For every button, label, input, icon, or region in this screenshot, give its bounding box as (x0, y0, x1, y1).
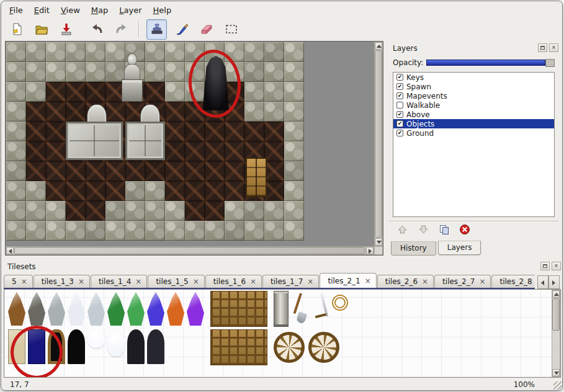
brush-button[interactable] (171, 19, 192, 40)
tileset-tile-crystal[interactable] (87, 292, 105, 326)
delete-layer-button[interactable] (459, 224, 470, 237)
tileset-vertical-scrollbar[interactable] (552, 290, 560, 377)
tab-close-icon[interactable]: × (21, 278, 27, 285)
close-panel-button[interactable]: × (549, 43, 558, 52)
tileset-tab-tiles_1_3[interactable]: tiles_1_3× (34, 275, 90, 288)
layer-visibility-checkbox[interactable]: ✔ (396, 74, 403, 81)
layer-visibility-checkbox[interactable]: ✔ (396, 111, 403, 118)
tileset-tab-tiles_2_6[interactable]: tiles_2_6× (377, 275, 434, 288)
tileset-tile-crystal[interactable] (68, 292, 85, 326)
scrollbar-thumb[interactable] (375, 50, 382, 238)
menu-help[interactable]: Help (148, 4, 177, 17)
tab-scroll-right-button[interactable] (548, 275, 560, 289)
opacity-slider-handle[interactable] (545, 59, 555, 67)
tab-close-icon[interactable]: × (365, 277, 371, 285)
layer-visibility-checkbox[interactable]: ✔ (396, 130, 403, 136)
select-button[interactable] (221, 19, 241, 40)
tileset-tile-sword[interactable] (312, 292, 329, 326)
tileset-tile-arch[interactable] (147, 329, 164, 364)
tileset-tile-column[interactable] (274, 291, 289, 327)
layer-visibility-checkbox[interactable]: ✔ (396, 92, 403, 99)
float-panel-button[interactable] (540, 262, 550, 270)
dock-tab-layers[interactable]: Layers (438, 241, 481, 255)
tileset-tab-tiles_2_1[interactable]: tiles_2_1× (320, 273, 376, 288)
stamp-button[interactable] (146, 19, 167, 40)
tileset-tab-tiles_1_4[interactable]: tiles_1_4× (91, 275, 147, 288)
open-button[interactable] (31, 19, 51, 40)
redo-button[interactable] (111, 19, 132, 40)
tileset-tile-crystal[interactable] (28, 292, 45, 326)
tileset-tile-crystal[interactable] (147, 292, 164, 326)
tileset-tile-coil[interactable] (332, 295, 348, 311)
opacity-slider[interactable] (426, 59, 555, 67)
tileset-tile-blob[interactable] (87, 329, 105, 348)
map-canvas[interactable] (6, 42, 373, 245)
layer-visibility-checkbox[interactable]: ✔ (396, 120, 403, 127)
tileset-tile-wheel[interactable] (274, 332, 305, 363)
new-button[interactable] (6, 19, 27, 40)
move-layer-down-button[interactable] (418, 225, 429, 236)
tab-close-icon[interactable]: × (193, 278, 199, 285)
tileset-tile-crystal[interactable] (127, 292, 145, 326)
tab-close-icon[interactable]: × (135, 278, 141, 285)
tileset-tile-wheel[interactable] (308, 332, 339, 363)
tileset-tab-tiles_2_8[interactable]: tiles_2_8× (491, 275, 535, 288)
menu-file[interactable]: File (4, 4, 29, 17)
eraser-button[interactable] (196, 19, 217, 40)
duplicate-layer-button[interactable] (439, 225, 450, 237)
layer-row-keys[interactable]: ✔Keys (393, 73, 554, 82)
tab-close-icon[interactable]: × (479, 278, 485, 285)
tileset-tile-crystal[interactable] (187, 292, 204, 326)
scroll-down-button[interactable] (552, 369, 560, 376)
tileset-tile-shovel[interactable] (292, 292, 310, 326)
menu-layer[interactable]: Layer (114, 4, 147, 17)
tileset-tile-track[interactable] (210, 329, 267, 365)
menu-map[interactable]: Map (86, 4, 114, 17)
tileset-tile-crystal[interactable] (167, 292, 184, 326)
layer-visibility-checkbox[interactable] (396, 102, 403, 109)
layer-row-walkable[interactable]: Walkable (393, 100, 554, 110)
layer-row-above[interactable]: ✔Above (393, 110, 554, 119)
tileset-tab-5[interactable]: 5× (4, 275, 33, 288)
tileset-tab-tiles_1_5[interactable]: tiles_1_5× (148, 275, 204, 288)
tileset-tile-arch[interactable] (68, 329, 85, 364)
scroll-down-button[interactable] (375, 238, 382, 246)
tileset-tile-crystal[interactable] (107, 292, 125, 326)
tileset-tab-tiles_1_7[interactable]: tiles_1_7× (262, 275, 319, 288)
scroll-up-button[interactable] (552, 290, 560, 298)
scroll-left-button[interactable] (6, 247, 14, 254)
scroll-up-button[interactable] (375, 42, 382, 50)
map-horizontal-scrollbar[interactable] (6, 246, 374, 255)
tab-close-icon[interactable]: × (250, 278, 256, 285)
scrollbar-thumb[interactable] (14, 247, 365, 254)
tileset-tile-crystal[interactable] (48, 292, 65, 326)
menu-view[interactable]: View (55, 4, 86, 17)
layer-row-objects[interactable]: ✔Objects (393, 119, 554, 128)
move-layer-up-button[interactable] (396, 225, 408, 236)
map-vertical-scrollbar[interactable] (374, 42, 383, 246)
tileset-tile-track[interactable] (210, 291, 267, 327)
tileset-tab-tiles_2_7[interactable]: tiles_2_7× (434, 275, 491, 288)
tab-close-icon[interactable]: × (78, 278, 84, 285)
tileset-tile-arch[interactable] (127, 329, 145, 364)
tileset-content[interactable] (4, 289, 561, 378)
tileset-tile-blob[interactable] (107, 329, 125, 357)
tileset-tile-crystal[interactable] (8, 292, 25, 326)
scrollbar-thumb[interactable] (552, 298, 560, 331)
float-panel-button[interactable] (538, 43, 547, 52)
save-button[interactable] (56, 19, 76, 40)
dock-tab-history[interactable]: History (391, 241, 436, 256)
layer-visibility-checkbox[interactable]: ✔ (396, 83, 403, 90)
scroll-right-button[interactable] (366, 247, 374, 254)
tileset-tab-tiles_1_6[interactable]: tiles_1_6× (205, 275, 262, 288)
tab-close-icon[interactable]: × (422, 278, 428, 285)
menu-edit[interactable]: Edit (29, 4, 55, 17)
layer-row-ground[interactable]: ✔Ground (393, 128, 554, 138)
undo-button[interactable] (86, 19, 107, 40)
tab-close-icon[interactable]: × (307, 278, 313, 285)
layer-row-mapevents[interactable]: ✔Mapevents (393, 91, 554, 100)
close-panel-button[interactable]: × (552, 262, 561, 270)
layer-row-spawn[interactable]: ✔Spawn (393, 82, 554, 91)
tab-scroll-left-button[interactable] (537, 275, 548, 289)
resize-grip-icon[interactable] (553, 381, 562, 390)
